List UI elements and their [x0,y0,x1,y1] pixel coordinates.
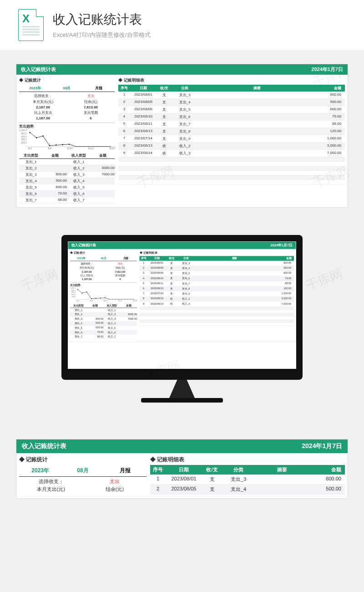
table-row: 52023/08/11支支出_788.00 [118,121,345,128]
type-row: 支出_679.00收入_6 [70,330,137,335]
this-month-label: 本月支出(元) [19,99,67,105]
detail-table-header: 序号 日期 收/支 分类 摘要 金额 [118,85,345,92]
svg-point-7 [75,146,76,147]
svg-point-29 [127,299,128,299]
col-in-type: 收入类型 [67,153,91,158]
table-row: 92023/08/14收收入_37,000.00 [118,150,345,157]
table-row: 12023/08/01支支出_3800.00 [150,475,345,485]
count-value: 6 [103,278,137,281]
col-amount: 金额 [317,85,345,92]
chart-y-axis: 1,000.0800.0600.0400.0200.0- [19,129,28,147]
svg-point-18 [86,291,87,292]
table-row: 72023/07/14支支出_91,000.00 [118,135,345,143]
line-chart-svg [76,287,137,299]
table-row: 82023/08/13收收入_23,000.00 [118,143,345,150]
monitor-mockup: 千库网 千库网 千库网 收入记账统计表 2024年1月7日 ◆ 记账统计 202… [16,235,348,403]
sheet-date: 2024年1月7日 [270,243,293,248]
trend-chart: 支出趋势 1,000.0800.0600.0400.0200.0- [70,282,137,301]
svg-point-26 [118,299,119,299]
svg-point-2 [42,135,44,137]
col-summary: 摘要 [197,85,317,92]
this-month-value: 2,187.00 [70,270,104,274]
svg-point-24 [112,299,113,299]
chart-x-axis: 8/18/88/158/228/29 [70,300,137,301]
watermark: 千库网 [303,265,345,295]
col-date: 日期 [148,256,167,261]
bottom-crop-preview: 收入记账统计表 2024年1月7日 ◆ 记账统计 2023年 08月 月报 选择… [16,439,348,499]
svg-point-17 [81,293,82,294]
svg-point-1 [35,137,37,138]
type-row: 支出_3800.00收入_37000.00 [70,317,137,322]
year-cell: 2023年 [19,465,61,476]
balance-value: 7,813.00 [103,270,137,274]
sheet-date: 2024年1月7日 [302,442,342,450]
count-value: 6 [67,116,115,121]
type-summary-table: 支出类型 金额 收入类型 金额 支出_1收入_1支出_2收入_23000.00支… [19,153,115,204]
svg-point-3 [49,145,50,146]
detail-section-title: ◆ 记账明细表 [140,251,294,255]
type-row: 支出_5600.00收入_5 [19,184,115,191]
balance-label: 结余(元) [103,266,137,270]
col-in-amt: 金额 [120,304,137,308]
table-row: 92023/08/14收收入_37,000.00 [140,301,294,306]
balance-label: 结余(元) [67,99,115,105]
vs-last-label: 比上月支出 [19,110,67,116]
select-io-label: 选择收支： [70,262,104,266]
table-row: 22023/08/05支支出_4500.00 [118,99,345,106]
select-io-value: 支出 [67,93,115,99]
type-row: 支出_1收入_1 [19,159,115,165]
select-io-label: 选择收支： [19,93,67,99]
type-row: 支出_2收入_23000.00 [19,165,115,172]
table-row: 12023/08/01支支出_3800.00 [118,92,345,99]
line-chart-svg [28,129,115,147]
month-cell: 08月 [92,256,115,261]
page-header: X 收入记账统计表 Excel/A4打印/内容随意修改/自带格式 [0,0,364,50]
svg-point-19 [91,298,91,299]
month-cell: 08月 [61,465,104,476]
select-io-value: 支出 [103,262,137,266]
svg-point-28 [124,299,125,299]
stats-section-title: ◆ 记账统计 [19,77,115,83]
svg-point-25 [115,299,116,299]
year-cell: 2023年 [70,256,92,261]
report-type-cell: 月报 [83,85,115,92]
chart-x-axis: 8/18/88/158/228/29 [19,147,115,150]
col-io: 收/支 [166,256,177,261]
spreadsheet-preview: 收入记账统计表 2024年1月7日 ◆ 记账统计 2023年 08月 月报 选择… [68,241,296,342]
table-row: 82023/08/13收收入_23,000.00 [140,296,294,301]
preview-area: 千库网 千库网 千库网 千库网 收入记账统计表 2024年1月7日 ◆ 记账统计… [0,50,364,526]
svg-point-16 [77,289,78,290]
table-row: 32023/08/06支支出_5600.00 [118,106,345,113]
col-summary: 摘要 [195,256,274,261]
col-seq: 序号 [140,256,148,261]
type-row: 支出_3800.00收入_37000.00 [19,172,115,178]
col-out-amt: 金额 [43,153,67,158]
svg-point-8 [80,146,81,147]
svg-point-9 [84,146,85,147]
type-summary-table: 支出类型 金额 收入类型 金额 支出_1收入_1支出_2收入_23000.00支… [70,304,137,339]
svg-point-30 [131,299,131,299]
chart-title: 支出趋势 [70,283,137,287]
table-row: 72023/07/14支支出_91,000.00 [140,291,294,296]
svg-point-13 [101,146,102,147]
spreadsheet-preview: 收入记账统计表 2024年1月7日 ◆ 记账统计 2023年 08月 月报 选择… [16,64,348,208]
this-month-value: 2,187.00 [19,105,67,110]
year-cell: 2023年 [19,85,51,92]
table-row: 52023/08/11支支出_788.00 [140,281,294,286]
table-row: 62023/08/13支支出_8120.00 [118,128,345,135]
this-month-label: 本月支出(元) [70,266,104,270]
table-row: 42023/08/10支支出_679.00 [118,113,345,121]
svg-point-21 [100,297,101,298]
page-subtitle: Excel/A4打印/内容随意修改/自带格式 [53,31,151,39]
col-out-amt: 金额 [87,304,104,308]
type-row: 支出_4500.00收入_4 [19,178,115,184]
stats-section-title: ◆ 记账统计 [70,251,137,255]
balance-value: 7,813.00 [67,105,115,110]
chart-y-axis: 1,000.0800.0600.0400.0200.0- [70,287,76,300]
count-label: 支出笔数 [103,274,137,278]
vs-last-value: 1,187.00 [19,116,67,121]
col-in-amt: 金额 [91,153,115,158]
col-out-type: 支出类型 [19,153,43,158]
svg-point-31 [134,299,134,299]
sheet-title: 收入记账统计表 [71,243,96,248]
